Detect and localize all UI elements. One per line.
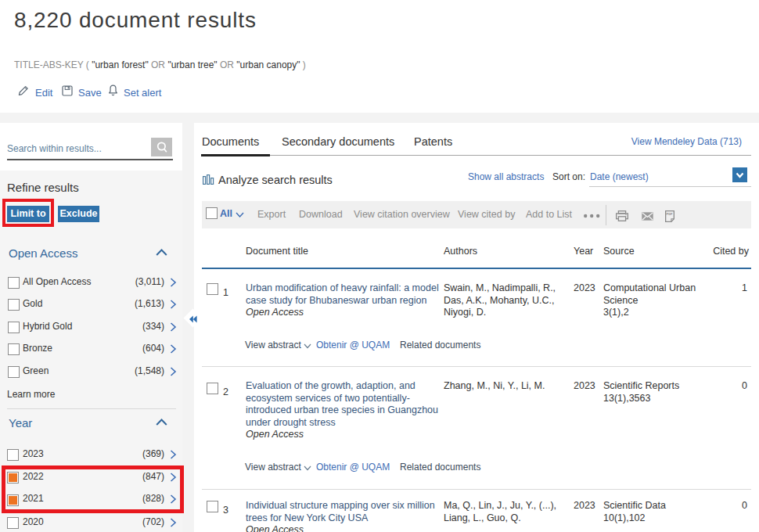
svg-text:PDF: PDF — [667, 211, 674, 215]
